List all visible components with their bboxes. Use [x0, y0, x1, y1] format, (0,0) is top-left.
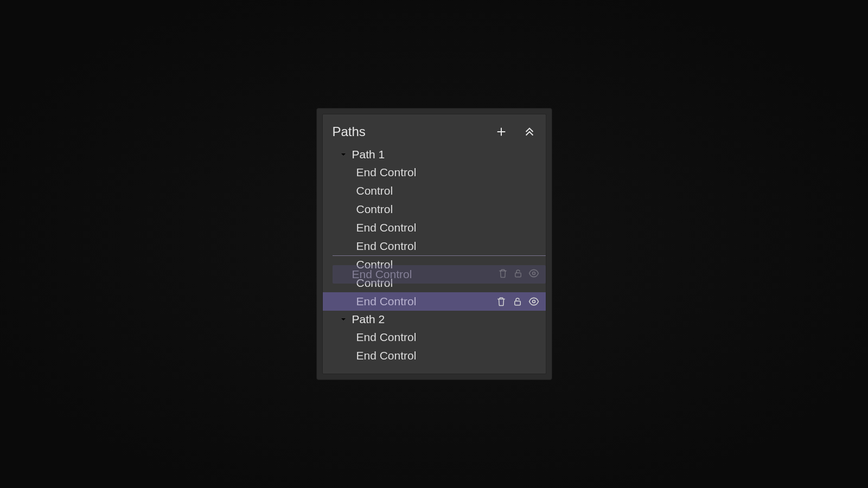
path-item-label: End Control — [356, 295, 496, 308]
path-item-label: End Control — [356, 166, 539, 179]
path-item-actions — [496, 296, 539, 307]
chevrons-up-icon — [524, 126, 535, 138]
add-path-button[interactable] — [495, 125, 508, 138]
path-item[interactable]: End Control — [323, 328, 546, 346]
paths-panel: Paths Path 1 — [322, 114, 546, 374]
svg-rect-16 — [514, 301, 520, 305]
path-item-label: Control — [356, 184, 539, 197]
svg-point-17 — [532, 300, 535, 303]
plus-icon — [495, 126, 507, 138]
collapse-all-button[interactable] — [523, 125, 536, 138]
path-item[interactable]: Control — [323, 255, 546, 274]
path-item-label: End Control — [356, 221, 539, 234]
path-item[interactable]: End Control — [323, 292, 546, 311]
path-item[interactable]: Control — [323, 200, 546, 219]
path-item[interactable]: Control — [323, 182, 546, 200]
drop-indicator — [333, 255, 546, 256]
visibility-button[interactable] — [528, 296, 539, 307]
path-item[interactable]: End Control — [323, 219, 546, 237]
path-item[interactable]: End Control — [323, 346, 546, 365]
paths-panel-header: Paths — [323, 121, 546, 146]
path-item-label: End Control — [356, 349, 539, 362]
path-item[interactable]: End Control — [323, 237, 546, 255]
chevron-down-icon — [338, 314, 349, 325]
chevron-down-icon — [338, 149, 349, 160]
path-group-label: Path 2 — [352, 313, 385, 326]
path-item[interactable]: End Control — [323, 163, 546, 182]
path-group-label: Path 1 — [352, 148, 385, 161]
paths-tree: Path 1 End Control Control — [323, 146, 546, 365]
panel-header-actions — [495, 125, 536, 138]
lock-button[interactable] — [512, 296, 523, 307]
path-item-label: End Control — [356, 240, 539, 253]
path-group-header[interactable]: Path 2 — [323, 311, 546, 328]
path-group-header[interactable]: Path 1 — [323, 146, 546, 163]
path-item-label: Control — [356, 258, 539, 271]
path-item-label: Control — [356, 203, 539, 216]
path-item-label: Control — [356, 277, 539, 290]
delete-button[interactable] — [496, 296, 507, 307]
path-item[interactable]: Control — [323, 274, 546, 292]
path-item-label: End Control — [356, 331, 539, 344]
paths-panel-outer: Paths Path 1 — [316, 108, 552, 380]
panel-title: Paths — [333, 124, 495, 139]
